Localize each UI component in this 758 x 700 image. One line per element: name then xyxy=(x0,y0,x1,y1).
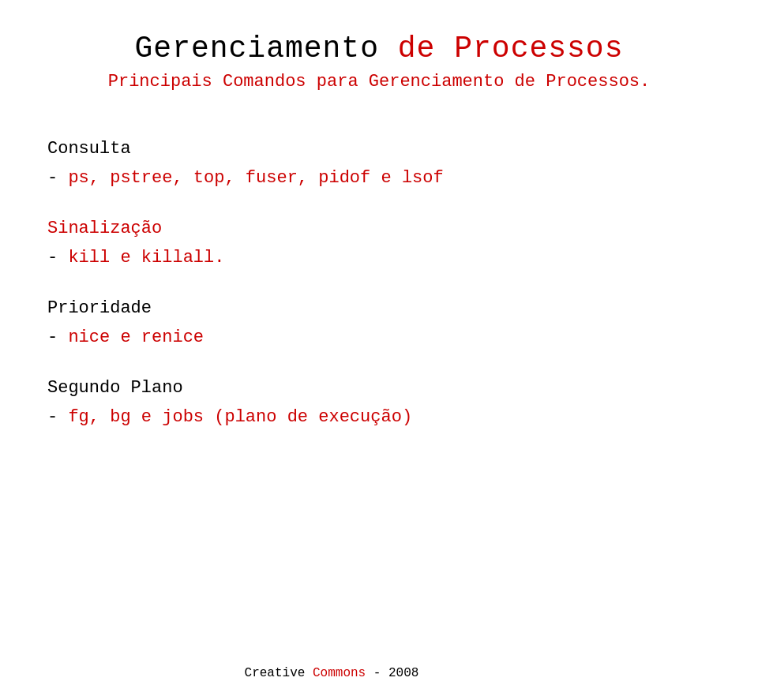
subtitle: Principais Comandos para Gerenciamento d… xyxy=(47,72,711,92)
prioridade-prefix: - xyxy=(47,328,68,347)
segundo-plano-prefix: - xyxy=(47,407,68,427)
title-part1: Gerenciamento xyxy=(135,32,379,66)
section-prioridade-title: Prioridade xyxy=(47,298,711,318)
section-prioridade: Prioridade - nice e renice xyxy=(47,298,711,350)
consulta-text: ps, pstree, top, fuser, pidof e lsof xyxy=(68,168,443,188)
title-processos: Processos xyxy=(454,32,623,66)
footer-prefix: Creative xyxy=(245,666,306,680)
page-container: Gerenciamento de Processos Principais Co… xyxy=(0,0,758,700)
header: Gerenciamento de Processos Principais Co… xyxy=(47,32,711,92)
sinalizacao-prefix: - xyxy=(47,248,68,268)
section-consulta: Consulta - ps, pstree, top, fuser, pidof… xyxy=(47,139,711,191)
section-prioridade-item: - nice e renice xyxy=(47,324,711,350)
title-de: de xyxy=(398,32,436,66)
content: Consulta - ps, pstree, top, fuser, pidof… xyxy=(47,139,711,458)
prioridade-text: nice e renice xyxy=(68,328,204,347)
section-sinalizacao-item: - kill e killall. xyxy=(47,245,711,271)
section-segundo-plano-item: - fg, bg e jobs (plano de execução) xyxy=(47,404,711,430)
consulta-prefix: - xyxy=(47,168,68,188)
section-segundo-plano: Segundo Plano - fg, bg e jobs (plano de … xyxy=(47,378,711,430)
section-sinalizacao-title: Sinalização xyxy=(47,219,711,238)
footer: Creative Commons - 2008 xyxy=(0,666,663,680)
footer-commons: Commons xyxy=(313,666,366,680)
main-title: Gerenciamento de Processos xyxy=(47,32,711,66)
section-consulta-title: Consulta xyxy=(47,139,711,159)
sinalizacao-text: kill e killall. xyxy=(68,248,224,268)
footer-suffix: - 2008 xyxy=(373,666,419,680)
section-consulta-item: - ps, pstree, top, fuser, pidof e lsof xyxy=(47,165,711,191)
section-segundo-plano-title: Segundo Plano xyxy=(47,378,711,398)
segundo-plano-text: fg, bg e jobs (plano de execução) xyxy=(68,407,412,427)
section-sinalizacao: Sinalização - kill e killall. xyxy=(47,219,711,271)
